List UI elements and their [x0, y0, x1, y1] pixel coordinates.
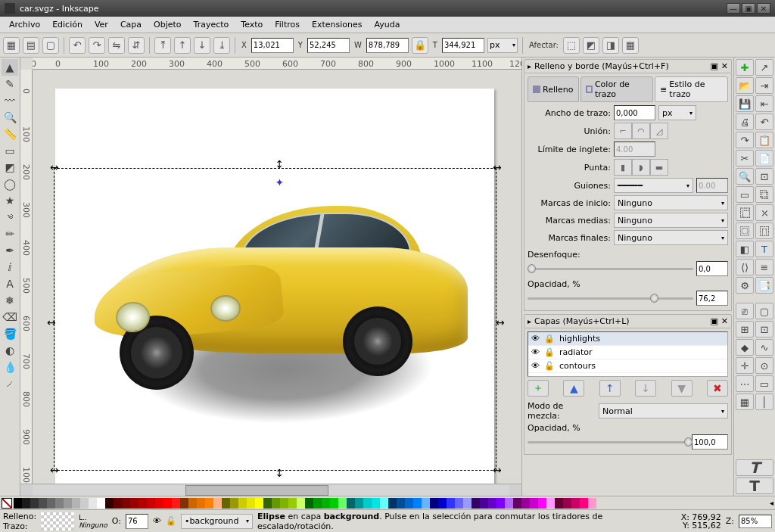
swatch[interactable]	[197, 498, 205, 509]
tab-fill[interactable]: Relleno	[528, 76, 579, 102]
collapse-icon[interactable]: ▸	[528, 62, 531, 70]
swatch[interactable]	[513, 498, 521, 509]
group-button[interactable]: ⿴	[736, 222, 754, 239]
swatch[interactable]	[238, 498, 247, 509]
join-round-button[interactable]: ◠	[632, 123, 650, 139]
swatch[interactable]	[14, 498, 22, 509]
stroke-width-input[interactable]	[614, 105, 655, 120]
swatch[interactable]	[230, 498, 238, 509]
raise-top-button[interactable]: ⤒	[154, 37, 171, 54]
menu-objeto[interactable]: Objeto	[148, 18, 188, 31]
swatch[interactable]	[114, 498, 122, 509]
flip-v-button[interactable]: ⇵	[128, 37, 145, 54]
join-miter-button[interactable]: ⌐	[614, 123, 632, 139]
snap-enable-button[interactable]: ⎚	[736, 303, 754, 319]
sel-handle-s[interactable]: ↕	[275, 470, 283, 478]
fill-swatch[interactable]	[41, 512, 74, 530]
swatch[interactable]	[405, 498, 413, 509]
swatch[interactable]	[363, 498, 372, 509]
ungroup-button[interactable]: ⿵	[755, 222, 773, 239]
text-dialog-button[interactable]: T	[755, 241, 773, 257]
swatch[interactable]	[263, 498, 272, 509]
snap-node-button[interactable]: ◆	[736, 339, 754, 356]
connector-tool[interactable]: ⟋	[2, 375, 18, 392]
eraser-tool[interactable]: ⌫	[2, 309, 18, 325]
dash-pattern-select[interactable]: ━━━━━	[614, 178, 693, 193]
marker-end-select[interactable]: Ninguno	[614, 230, 728, 245]
swatch[interactable]	[47, 498, 55, 509]
sel-handle-e[interactable]: ↔	[496, 319, 503, 327]
rotate-ccw-button[interactable]: ↶	[69, 37, 86, 54]
sel-handle-sw[interactable]: ↔	[50, 467, 58, 474]
swatch[interactable]	[155, 498, 163, 509]
layer-opacity-slider[interactable]	[528, 436, 689, 448]
swatch[interactable]	[272, 498, 280, 509]
layer-row[interactable]: 👁 🔒 highlights	[528, 332, 727, 346]
swatch[interactable]	[380, 498, 388, 509]
panel-detach-icon[interactable]: ▣	[710, 61, 717, 71]
swatch[interactable]	[313, 498, 322, 509]
swatch[interactable]	[30, 498, 39, 509]
opacity-slider[interactable]	[528, 292, 693, 304]
swatch[interactable]	[563, 498, 571, 509]
menu-filtros[interactable]: Filtros	[269, 18, 306, 31]
menu-ver[interactable]: Ver	[89, 18, 114, 31]
paste-button[interactable]: 📄	[755, 150, 773, 166]
zoom-input[interactable]	[739, 515, 772, 528]
snap-page-button[interactable]: ▭	[755, 375, 773, 392]
export-button[interactable]: ⇤	[755, 95, 773, 112]
spiral-tool[interactable]: ༄	[2, 209, 18, 226]
swatch[interactable]	[505, 498, 513, 509]
palette-menu-icon[interactable]: ◂	[770, 499, 773, 507]
swatch[interactable]	[338, 498, 347, 509]
swatch[interactable]	[122, 498, 130, 509]
join-bevel-button[interactable]: ◿	[650, 123, 668, 139]
layer-go-button[interactable]: ↗	[755, 59, 773, 76]
layer-up-button[interactable]: ↑	[599, 380, 621, 397]
layer-down-button[interactable]: ↓	[635, 380, 656, 397]
sel-handle-w[interactable]: ↔	[47, 319, 54, 327]
lock-icon[interactable]: 🔓	[166, 516, 176, 526]
affect-stroke-button[interactable]: ⬚	[563, 37, 580, 54]
swatch[interactable]	[97, 498, 105, 509]
menu-trayecto[interactable]: Trayecto	[188, 18, 235, 31]
unit-select[interactable]: px	[487, 38, 518, 53]
affect-gradient-button[interactable]: ◨	[602, 37, 619, 54]
pencil-tool[interactable]: ✏	[2, 226, 18, 242]
menu-archivo[interactable]: Archivo	[3, 18, 46, 31]
status-opacity-input[interactable]	[126, 514, 148, 529]
flip-h-button[interactable]: ⇋	[108, 37, 125, 54]
maximize-button[interactable]: ▣	[742, 3, 755, 14]
x-input[interactable]	[251, 38, 294, 53]
lower-bottom-button[interactable]: ⤓	[213, 37, 230, 54]
swatch[interactable]	[64, 498, 72, 509]
marker-mid-select[interactable]: Ninguno	[614, 213, 728, 228]
align-button[interactable]: ≡	[755, 259, 773, 275]
clone-button[interactable]: ⿸	[736, 204, 754, 221]
swatch[interactable]	[588, 498, 596, 509]
ruler-vertical[interactable]: 010020030040050060070080090010001100	[20, 70, 33, 484]
panel-close-icon[interactable]: ✕	[721, 61, 728, 71]
eye-icon[interactable]: 👁	[531, 334, 540, 344]
affect-pattern-button[interactable]: ▦	[622, 37, 639, 54]
swatch[interactable]	[89, 498, 97, 509]
measure-tool[interactable]: 📏	[2, 126, 18, 142]
layer-row[interactable]: 👁 🔓 contours	[528, 359, 727, 373]
swatch[interactable]	[205, 498, 213, 509]
3dbox-tool[interactable]: ◩	[2, 159, 18, 176]
cut-button[interactable]: ✂	[736, 150, 754, 166]
swatch[interactable]	[288, 498, 297, 509]
swatch[interactable]	[372, 498, 380, 509]
menu-edicion[interactable]: Edición	[46, 18, 89, 31]
swatch[interactable]	[188, 498, 197, 509]
select-layers-button[interactable]: ▤	[23, 37, 39, 54]
swatch[interactable]	[413, 498, 422, 509]
raise-button[interactable]: ↑	[174, 37, 191, 54]
sel-handle-n[interactable]: ↕	[275, 161, 283, 169]
select-all-button[interactable]: ▦	[3, 37, 20, 54]
swatch[interactable]	[397, 498, 405, 509]
zoom-sel-button[interactable]: 🔍	[736, 168, 754, 185]
swatch[interactable]	[163, 498, 172, 509]
snap-bbox-button[interactable]: ▢	[755, 303, 773, 319]
fill-tool[interactable]: 🪣	[2, 325, 18, 342]
